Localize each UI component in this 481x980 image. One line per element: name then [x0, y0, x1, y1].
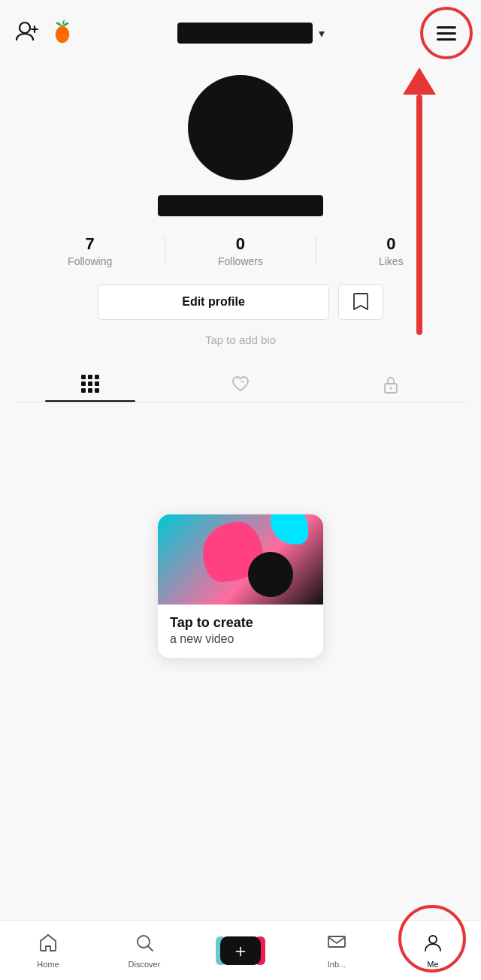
discover-icon: [135, 933, 154, 957]
add-user-icon[interactable]: [15, 20, 39, 47]
create-button[interactable]: ＋: [220, 936, 261, 965]
nav-profile[interactable]: Me: [410, 933, 455, 969]
content-area: Tap to create a new video: [0, 403, 481, 688]
nav-create[interactable]: ＋: [218, 936, 263, 965]
create-video-text: Tap to create a new video: [158, 605, 323, 658]
username-redacted: [177, 23, 313, 44]
nav-home[interactable]: Home: [26, 933, 71, 969]
bio-placeholder[interactable]: Tap to add bio: [205, 333, 276, 346]
profile-name-redacted: [158, 195, 323, 216]
profile-icon: [423, 933, 443, 957]
bookmark-button[interactable]: [338, 284, 383, 320]
top-navigation: ▾: [0, 0, 481, 60]
arrow-head: [403, 68, 436, 95]
action-buttons: Edit profile: [98, 284, 383, 320]
top-nav-left: [15, 18, 75, 49]
nav-discover[interactable]: Discover: [122, 933, 167, 969]
following-label: Following: [68, 255, 112, 267]
followers-stat[interactable]: 0 Followers: [165, 234, 315, 267]
tab-liked[interactable]: [165, 364, 316, 402]
create-plus-icon: ＋: [220, 936, 261, 965]
profile-tabs: [15, 364, 466, 403]
create-video-title: Tap to create: [170, 615, 311, 631]
stats-row: 7 Following 0 Followers 0 Likes: [15, 234, 466, 267]
svg-point-9: [429, 936, 437, 943]
liked-icon: [231, 375, 250, 393]
followers-label: Followers: [218, 255, 263, 267]
profile-label: Me: [427, 960, 438, 969]
arrow-shaft: [416, 95, 422, 335]
bottom-navigation: Home Discover ＋ Inb...: [0, 920, 481, 980]
following-count: 7: [86, 234, 95, 254]
svg-point-0: [20, 23, 30, 33]
likes-label: Likes: [379, 255, 404, 267]
avatar[interactable]: [188, 75, 293, 180]
edit-profile-button[interactable]: Edit profile: [98, 284, 329, 320]
followers-count: 0: [236, 234, 245, 254]
likes-stat[interactable]: 0 Likes: [316, 234, 466, 267]
grid-icon: [81, 375, 99, 393]
hamburger-menu-button[interactable]: [427, 14, 466, 53]
tab-private[interactable]: [316, 364, 466, 402]
home-label: Home: [37, 960, 59, 969]
nav-inbox[interactable]: Inb...: [314, 933, 359, 969]
create-video-subtitle: a new video: [170, 632, 311, 646]
discover-label: Discover: [129, 960, 161, 969]
carrot-app-icon[interactable]: [50, 18, 75, 49]
svg-line-8: [148, 946, 153, 951]
inbox-label: Inb...: [328, 960, 346, 969]
lock-icon: [383, 375, 399, 394]
dropdown-arrow-icon[interactable]: ▾: [319, 26, 325, 41]
likes-count: 0: [386, 234, 395, 254]
tab-grid[interactable]: [15, 364, 165, 402]
svg-point-6: [390, 387, 392, 390]
create-video-thumbnail: [158, 514, 323, 605]
username-bar[interactable]: ▾: [177, 23, 325, 44]
create-video-card[interactable]: Tap to create a new video: [158, 514, 323, 658]
inbox-icon: [327, 933, 346, 957]
following-stat[interactable]: 7 Following: [15, 234, 165, 267]
home-icon: [38, 933, 58, 957]
red-arrow-annotation: [403, 68, 436, 335]
menu-highlight-circle: [420, 7, 473, 59]
